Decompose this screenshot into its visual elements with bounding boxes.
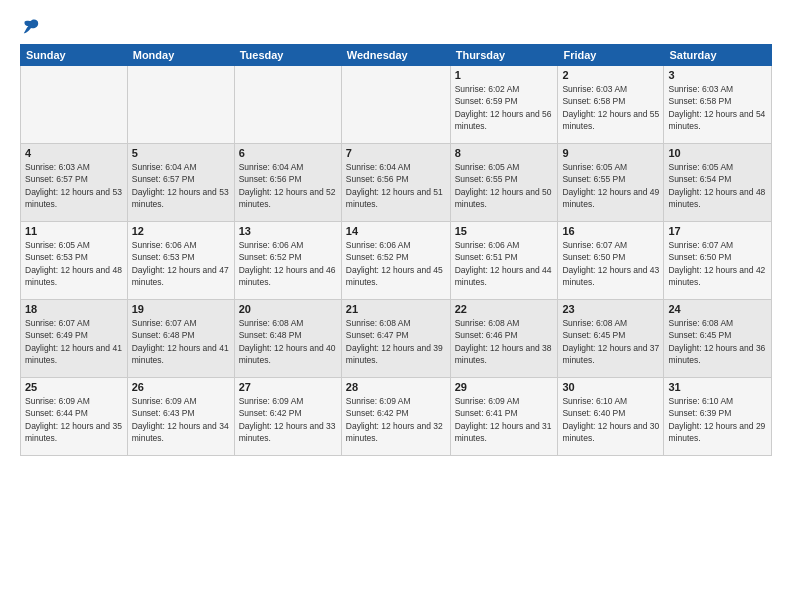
header xyxy=(20,18,772,36)
day-number: 4 xyxy=(25,147,123,159)
day-info: Sunrise: 6:08 AM Sunset: 6:45 PM Dayligh… xyxy=(668,317,767,366)
day-info: Sunrise: 6:10 AM Sunset: 6:39 PM Dayligh… xyxy=(668,395,767,444)
day-info: Sunrise: 6:09 AM Sunset: 6:42 PM Dayligh… xyxy=(346,395,446,444)
day-number: 20 xyxy=(239,303,337,315)
day-info: Sunrise: 6:03 AM Sunset: 6:58 PM Dayligh… xyxy=(668,83,767,132)
day-info: Sunrise: 6:06 AM Sunset: 6:53 PM Dayligh… xyxy=(132,239,230,288)
calendar-cell: 26Sunrise: 6:09 AM Sunset: 6:43 PM Dayli… xyxy=(127,378,234,456)
weekday-header-monday: Monday xyxy=(127,45,234,66)
calendar-cell: 9Sunrise: 6:05 AM Sunset: 6:55 PM Daylig… xyxy=(558,144,664,222)
day-info: Sunrise: 6:04 AM Sunset: 6:56 PM Dayligh… xyxy=(346,161,446,210)
calendar-cell xyxy=(127,66,234,144)
calendar-week-5: 25Sunrise: 6:09 AM Sunset: 6:44 PM Dayli… xyxy=(21,378,772,456)
calendar-body: 1Sunrise: 6:02 AM Sunset: 6:59 PM Daylig… xyxy=(21,66,772,456)
calendar-cell: 20Sunrise: 6:08 AM Sunset: 6:48 PM Dayli… xyxy=(234,300,341,378)
day-info: Sunrise: 6:07 AM Sunset: 6:50 PM Dayligh… xyxy=(668,239,767,288)
day-number: 18 xyxy=(25,303,123,315)
day-number: 17 xyxy=(668,225,767,237)
weekday-header-thursday: Thursday xyxy=(450,45,558,66)
day-number: 22 xyxy=(455,303,554,315)
day-info: Sunrise: 6:03 AM Sunset: 6:57 PM Dayligh… xyxy=(25,161,123,210)
calendar-cell: 2Sunrise: 6:03 AM Sunset: 6:58 PM Daylig… xyxy=(558,66,664,144)
weekday-header-friday: Friday xyxy=(558,45,664,66)
calendar-cell: 23Sunrise: 6:08 AM Sunset: 6:45 PM Dayli… xyxy=(558,300,664,378)
calendar-cell: 15Sunrise: 6:06 AM Sunset: 6:51 PM Dayli… xyxy=(450,222,558,300)
page: SundayMondayTuesdayWednesdayThursdayFrid… xyxy=(0,0,792,612)
calendar-week-3: 11Sunrise: 6:05 AM Sunset: 6:53 PM Dayli… xyxy=(21,222,772,300)
calendar-cell: 14Sunrise: 6:06 AM Sunset: 6:52 PM Dayli… xyxy=(341,222,450,300)
calendar-cell: 28Sunrise: 6:09 AM Sunset: 6:42 PM Dayli… xyxy=(341,378,450,456)
calendar-cell: 7Sunrise: 6:04 AM Sunset: 6:56 PM Daylig… xyxy=(341,144,450,222)
calendar-cell: 13Sunrise: 6:06 AM Sunset: 6:52 PM Dayli… xyxy=(234,222,341,300)
day-number: 23 xyxy=(562,303,659,315)
calendar-week-2: 4Sunrise: 6:03 AM Sunset: 6:57 PM Daylig… xyxy=(21,144,772,222)
day-number: 25 xyxy=(25,381,123,393)
day-info: Sunrise: 6:09 AM Sunset: 6:44 PM Dayligh… xyxy=(25,395,123,444)
day-number: 15 xyxy=(455,225,554,237)
day-info: Sunrise: 6:09 AM Sunset: 6:41 PM Dayligh… xyxy=(455,395,554,444)
day-number: 10 xyxy=(668,147,767,159)
calendar-cell: 18Sunrise: 6:07 AM Sunset: 6:49 PM Dayli… xyxy=(21,300,128,378)
logo xyxy=(20,18,40,36)
calendar-cell: 1Sunrise: 6:02 AM Sunset: 6:59 PM Daylig… xyxy=(450,66,558,144)
day-number: 1 xyxy=(455,69,554,81)
calendar-cell: 17Sunrise: 6:07 AM Sunset: 6:50 PM Dayli… xyxy=(664,222,772,300)
day-info: Sunrise: 6:08 AM Sunset: 6:47 PM Dayligh… xyxy=(346,317,446,366)
day-number: 12 xyxy=(132,225,230,237)
calendar-cell xyxy=(341,66,450,144)
calendar-cell: 19Sunrise: 6:07 AM Sunset: 6:48 PM Dayli… xyxy=(127,300,234,378)
day-info: Sunrise: 6:03 AM Sunset: 6:58 PM Dayligh… xyxy=(562,83,659,132)
day-info: Sunrise: 6:07 AM Sunset: 6:50 PM Dayligh… xyxy=(562,239,659,288)
day-info: Sunrise: 6:04 AM Sunset: 6:57 PM Dayligh… xyxy=(132,161,230,210)
day-number: 14 xyxy=(346,225,446,237)
calendar-header: SundayMondayTuesdayWednesdayThursdayFrid… xyxy=(21,45,772,66)
calendar-cell: 4Sunrise: 6:03 AM Sunset: 6:57 PM Daylig… xyxy=(21,144,128,222)
weekday-header-saturday: Saturday xyxy=(664,45,772,66)
calendar-cell xyxy=(21,66,128,144)
day-info: Sunrise: 6:06 AM Sunset: 6:52 PM Dayligh… xyxy=(239,239,337,288)
day-number: 16 xyxy=(562,225,659,237)
calendar-cell: 30Sunrise: 6:10 AM Sunset: 6:40 PM Dayli… xyxy=(558,378,664,456)
day-info: Sunrise: 6:09 AM Sunset: 6:43 PM Dayligh… xyxy=(132,395,230,444)
logo-bird-icon xyxy=(22,18,40,36)
calendar-cell: 11Sunrise: 6:05 AM Sunset: 6:53 PM Dayli… xyxy=(21,222,128,300)
day-number: 6 xyxy=(239,147,337,159)
calendar-cell: 16Sunrise: 6:07 AM Sunset: 6:50 PM Dayli… xyxy=(558,222,664,300)
calendar-cell: 22Sunrise: 6:08 AM Sunset: 6:46 PM Dayli… xyxy=(450,300,558,378)
weekday-row: SundayMondayTuesdayWednesdayThursdayFrid… xyxy=(21,45,772,66)
day-info: Sunrise: 6:05 AM Sunset: 6:54 PM Dayligh… xyxy=(668,161,767,210)
calendar-cell: 10Sunrise: 6:05 AM Sunset: 6:54 PM Dayli… xyxy=(664,144,772,222)
day-info: Sunrise: 6:05 AM Sunset: 6:53 PM Dayligh… xyxy=(25,239,123,288)
weekday-header-wednesday: Wednesday xyxy=(341,45,450,66)
calendar-cell: 27Sunrise: 6:09 AM Sunset: 6:42 PM Dayli… xyxy=(234,378,341,456)
calendar-cell: 29Sunrise: 6:09 AM Sunset: 6:41 PM Dayli… xyxy=(450,378,558,456)
day-number: 30 xyxy=(562,381,659,393)
day-number: 9 xyxy=(562,147,659,159)
day-number: 8 xyxy=(455,147,554,159)
calendar-cell xyxy=(234,66,341,144)
weekday-header-sunday: Sunday xyxy=(21,45,128,66)
day-info: Sunrise: 6:05 AM Sunset: 6:55 PM Dayligh… xyxy=(562,161,659,210)
calendar: SundayMondayTuesdayWednesdayThursdayFrid… xyxy=(20,44,772,456)
day-info: Sunrise: 6:08 AM Sunset: 6:45 PM Dayligh… xyxy=(562,317,659,366)
day-number: 19 xyxy=(132,303,230,315)
day-number: 7 xyxy=(346,147,446,159)
calendar-cell: 8Sunrise: 6:05 AM Sunset: 6:55 PM Daylig… xyxy=(450,144,558,222)
calendar-cell: 3Sunrise: 6:03 AM Sunset: 6:58 PM Daylig… xyxy=(664,66,772,144)
day-number: 11 xyxy=(25,225,123,237)
day-number: 29 xyxy=(455,381,554,393)
day-info: Sunrise: 6:08 AM Sunset: 6:46 PM Dayligh… xyxy=(455,317,554,366)
day-info: Sunrise: 6:06 AM Sunset: 6:51 PM Dayligh… xyxy=(455,239,554,288)
day-number: 13 xyxy=(239,225,337,237)
day-info: Sunrise: 6:02 AM Sunset: 6:59 PM Dayligh… xyxy=(455,83,554,132)
calendar-week-1: 1Sunrise: 6:02 AM Sunset: 6:59 PM Daylig… xyxy=(21,66,772,144)
weekday-header-tuesday: Tuesday xyxy=(234,45,341,66)
calendar-cell: 31Sunrise: 6:10 AM Sunset: 6:39 PM Dayli… xyxy=(664,378,772,456)
day-info: Sunrise: 6:05 AM Sunset: 6:55 PM Dayligh… xyxy=(455,161,554,210)
day-info: Sunrise: 6:08 AM Sunset: 6:48 PM Dayligh… xyxy=(239,317,337,366)
day-number: 5 xyxy=(132,147,230,159)
day-info: Sunrise: 6:07 AM Sunset: 6:49 PM Dayligh… xyxy=(25,317,123,366)
calendar-cell: 12Sunrise: 6:06 AM Sunset: 6:53 PM Dayli… xyxy=(127,222,234,300)
calendar-cell: 6Sunrise: 6:04 AM Sunset: 6:56 PM Daylig… xyxy=(234,144,341,222)
day-number: 2 xyxy=(562,69,659,81)
